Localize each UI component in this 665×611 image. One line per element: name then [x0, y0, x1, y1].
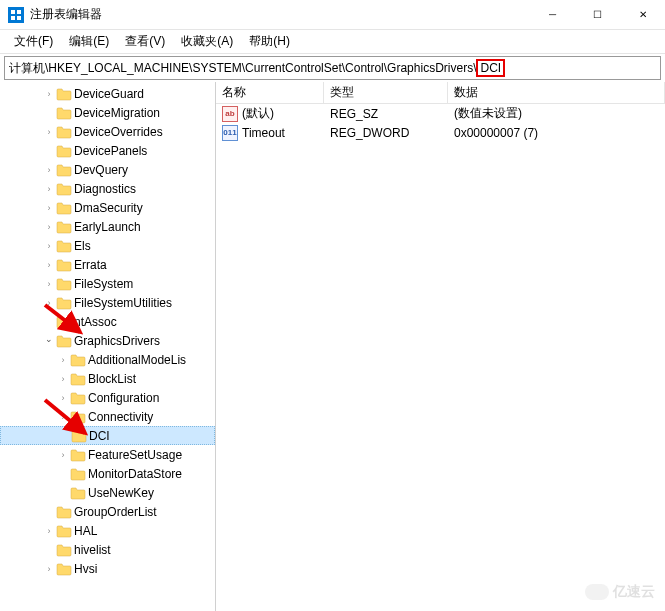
tree-item-graphicsdrivers[interactable]: ⌄GraphicsDrivers	[0, 331, 215, 350]
tree-item-dmasecurity[interactable]: ›DmaSecurity	[0, 198, 215, 217]
chevron-right-icon[interactable]: ›	[42, 258, 56, 272]
folder-icon	[56, 144, 72, 158]
expander-empty	[42, 543, 56, 557]
chevron-right-icon[interactable]: ›	[42, 125, 56, 139]
window-title: 注册表编辑器	[30, 6, 530, 23]
tree-item-blocklist[interactable]: ›BlockList	[0, 369, 215, 388]
tree-item-deviceguard[interactable]: ›DeviceGuard	[0, 84, 215, 103]
folder-icon	[56, 524, 72, 538]
expander-empty	[42, 505, 56, 519]
tree-item-label: DeviceOverrides	[74, 125, 163, 139]
folder-icon	[70, 353, 86, 367]
value-type: REG_DWORD	[324, 126, 448, 140]
close-button[interactable]: ✕	[620, 0, 665, 30]
values-header: 名称 类型 数据	[216, 82, 665, 104]
chevron-down-icon[interactable]: ⌄	[42, 332, 56, 346]
svg-rect-3	[17, 16, 21, 20]
chevron-right-icon[interactable]: ›	[42, 163, 56, 177]
tree-item-deviceoverrides[interactable]: ›DeviceOverrides	[0, 122, 215, 141]
menu-favorites[interactable]: 收藏夹(A)	[173, 30, 241, 53]
tree-item-hvsi[interactable]: ›Hvsi	[0, 559, 215, 578]
folder-icon	[56, 220, 72, 234]
tree-item-ntassoc[interactable]: ntAssoc	[0, 312, 215, 331]
tree-item-els[interactable]: ›Els	[0, 236, 215, 255]
tree-item-grouporderlist[interactable]: GroupOrderList	[0, 502, 215, 521]
tree-item-devquery[interactable]: ›DevQuery	[0, 160, 215, 179]
folder-icon	[56, 562, 72, 576]
chevron-right-icon[interactable]: ›	[42, 220, 56, 234]
chevron-right-icon[interactable]: ›	[42, 239, 56, 253]
chevron-right-icon[interactable]: ›	[42, 201, 56, 215]
folder-icon	[56, 125, 72, 139]
folder-icon	[71, 429, 87, 443]
menu-file[interactable]: 文件(F)	[6, 30, 61, 53]
folder-icon	[56, 163, 72, 177]
header-type[interactable]: 类型	[324, 82, 448, 103]
tree-item-label: BlockList	[88, 372, 136, 386]
folder-icon	[56, 505, 72, 519]
folder-icon	[56, 334, 72, 348]
expander-empty	[42, 315, 56, 329]
menu-view[interactable]: 查看(V)	[117, 30, 173, 53]
tree-item-featuresetusage[interactable]: ›FeatureSetUsage	[0, 445, 215, 464]
tree-item-connectivity[interactable]: ›Connectivity	[0, 407, 215, 426]
folder-icon	[70, 448, 86, 462]
chevron-right-icon[interactable]: ›	[42, 562, 56, 576]
tree-item-errata[interactable]: ›Errata	[0, 255, 215, 274]
tree-item-filesystem[interactable]: ›FileSystem	[0, 274, 215, 293]
tree-item-additionalmodelis[interactable]: ›AdditionalModeLis	[0, 350, 215, 369]
tree-item-label: DCI	[89, 429, 110, 443]
value-name: Timeout	[242, 126, 285, 140]
header-name[interactable]: 名称	[216, 82, 324, 103]
menubar: 文件(F) 编辑(E) 查看(V) 收藏夹(A) 帮助(H)	[0, 30, 665, 54]
value-row[interactable]: ab(默认)REG_SZ(数值未设置)	[216, 104, 665, 123]
tree-panel[interactable]: ›DeviceGuardDeviceMigration›DeviceOverri…	[0, 82, 216, 611]
tree-item-label: Els	[74, 239, 91, 253]
chevron-right-icon[interactable]: ›	[56, 391, 70, 405]
tree-item-label: GraphicsDrivers	[74, 334, 160, 348]
tree-item-diagnostics[interactable]: ›Diagnostics	[0, 179, 215, 198]
tree-item-monitordatastore[interactable]: MonitorDataStore	[0, 464, 215, 483]
folder-icon	[70, 410, 86, 424]
chevron-right-icon[interactable]: ›	[56, 372, 70, 386]
tree-item-devicemigration[interactable]: DeviceMigration	[0, 103, 215, 122]
chevron-right-icon[interactable]: ›	[56, 353, 70, 367]
tree-item-label: UseNewKey	[88, 486, 154, 500]
tree-item-label: FeatureSetUsage	[88, 448, 182, 462]
tree-item-hivelist[interactable]: hivelist	[0, 540, 215, 559]
menu-edit[interactable]: 编辑(E)	[61, 30, 117, 53]
value-row[interactable]: 011TimeoutREG_DWORD0x00000007 (7)	[216, 123, 665, 142]
tree-item-configuration[interactable]: ›Configuration	[0, 388, 215, 407]
menu-help[interactable]: 帮助(H)	[241, 30, 298, 53]
tree-item-label: AdditionalModeLis	[88, 353, 186, 367]
tree-item-filesystemutilities[interactable]: ›FileSystemUtilities	[0, 293, 215, 312]
expander-empty	[42, 106, 56, 120]
tree-item-devicepanels[interactable]: DevicePanels	[0, 141, 215, 160]
folder-icon	[56, 258, 72, 272]
svg-rect-0	[11, 10, 15, 14]
titlebar: 注册表编辑器 ─ ☐ ✕	[0, 0, 665, 30]
address-bar[interactable]: 计算机\HKEY_LOCAL_MACHINE\SYSTEM\CurrentCon…	[4, 56, 661, 80]
folder-icon	[70, 486, 86, 500]
tree-item-dci[interactable]: DCI	[0, 426, 215, 445]
chevron-right-icon[interactable]: ›	[42, 296, 56, 310]
minimize-button[interactable]: ─	[530, 0, 575, 30]
chevron-right-icon[interactable]: ›	[56, 448, 70, 462]
dword-value-icon: 011	[222, 125, 238, 141]
chevron-right-icon[interactable]: ›	[56, 410, 70, 424]
chevron-right-icon[interactable]: ›	[42, 87, 56, 101]
chevron-right-icon[interactable]: ›	[42, 277, 56, 291]
tree-item-hal[interactable]: ›HAL	[0, 521, 215, 540]
expander-empty	[42, 144, 56, 158]
tree-item-label: DmaSecurity	[74, 201, 143, 215]
string-value-icon: ab	[222, 106, 238, 122]
tree-item-label: Connectivity	[88, 410, 153, 424]
chevron-right-icon[interactable]: ›	[42, 524, 56, 538]
maximize-button[interactable]: ☐	[575, 0, 620, 30]
chevron-right-icon[interactable]: ›	[42, 182, 56, 196]
tree-item-earlylaunch[interactable]: ›EarlyLaunch	[0, 217, 215, 236]
tree-item-label: FileSystem	[74, 277, 133, 291]
tree-item-usenewkey[interactable]: UseNewKey	[0, 483, 215, 502]
tree-item-label: Configuration	[88, 391, 159, 405]
header-data[interactable]: 数据	[448, 82, 665, 103]
